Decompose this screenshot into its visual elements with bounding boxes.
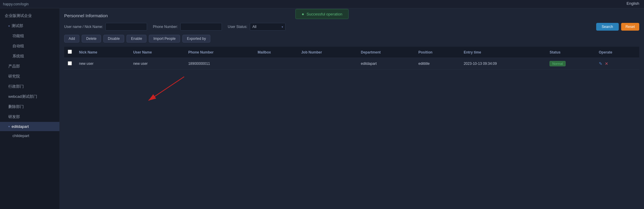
col-header-entry_time: Entry time <box>460 47 546 58</box>
username-input[interactable] <box>105 23 147 31</box>
svg-line-1 <box>149 77 184 100</box>
filter-bar: User name / Nick Name: Phone Number: Use… <box>64 23 639 31</box>
status-filter-group: User Status: AllNormalDisabled <box>228 23 285 31</box>
enable-button[interactable]: Enable <box>127 35 146 43</box>
status-label: User Status: <box>228 25 247 29</box>
operate-cell-0: ✎✕ <box>599 61 636 66</box>
toast-container: ● Successful operation <box>295 9 348 19</box>
cell-mailbox-0 <box>254 58 298 70</box>
content-area: Personnel Information User name / Nick N… <box>59 8 644 209</box>
sidebar-label-childepart: childepart <box>12 133 29 138</box>
sidebar-label-rnd-dept: 研发部 <box>8 114 20 120</box>
sidebar-item-auto-group[interactable]: 自动组 <box>0 41 59 51</box>
sidebar-item-rnd-dept[interactable]: 研发部 <box>0 112 59 122</box>
exported-by-button[interactable]: Exported by <box>182 35 210 43</box>
status-select[interactable]: AllNormalDisabled <box>250 23 285 31</box>
add-button[interactable]: Add <box>64 35 79 43</box>
sidebar-item-childepart[interactable]: childepart <box>0 131 59 140</box>
sidebar-label-editdapart: editdapart <box>12 124 29 129</box>
page-title: Personnel Information <box>64 13 639 18</box>
breadcrumb: happy.com/login <box>3 2 29 6</box>
col-header-job_number: Job Number <box>298 47 357 58</box>
col-header-user_name: User Name <box>130 47 184 58</box>
sidebar-label-test-dept: 测试部 <box>12 23 23 29</box>
sidebar-item-sys-group[interactable]: 系统组 <box>0 51 59 61</box>
col-header-phone_number: Phone Number <box>185 47 254 58</box>
table-header: Nick NameUser NamePhone NumberMailboxJob… <box>64 47 639 58</box>
top-bar: happy.com/login English <box>0 0 644 8</box>
row-checkbox-0[interactable] <box>68 61 72 65</box>
sidebar-item-webcad-dept[interactable]: webcad测试部门 <box>0 92 59 102</box>
col-header-nick_name: Nick Name <box>75 47 130 58</box>
col-header-mailbox: Mailbox <box>254 47 298 58</box>
sidebar-label-webcad-dept: webcad测试部门 <box>8 94 37 99</box>
success-icon: ● <box>302 12 304 16</box>
action-bar: Add Delete Disable Enable Import People … <box>64 35 639 43</box>
col-header-department: Department <box>357 47 415 58</box>
sidebar-item-research-inst[interactable]: 研究院 <box>0 71 59 81</box>
search-button[interactable]: Search <box>596 23 619 31</box>
status-badge-0: Normal <box>550 61 565 66</box>
username-label: User name / Nick Name: <box>64 25 103 29</box>
toast-message: Successful operation <box>307 12 342 16</box>
phone-filter-group: Phone Number: <box>153 23 222 31</box>
sidebar-label-enterprise: 企业版测试企业 <box>5 13 32 18</box>
sidebar-item-test-dept[interactable]: ▾测试部 <box>0 21 59 31</box>
sidebar-label-auto-group: 自动组 <box>12 43 24 49</box>
cell-phone_number-0: 18900000011 <box>185 58 254 70</box>
cell-user_name-0: new user <box>130 58 184 70</box>
cell-department-0: editdapart <box>357 58 415 70</box>
sidebar: 企业版测试企业▾测试部功能组自动组系统组产品部研究院行政部门webcad测试部门… <box>0 8 59 209</box>
table-header-row: Nick NameUser NamePhone NumberMailboxJob… <box>64 47 639 58</box>
col-header-status: Status <box>546 47 595 58</box>
main-layout: 企业版测试企业▾测试部功能组自动组系统组产品部研究院行政部门webcad测试部门… <box>0 8 644 209</box>
success-toast: ● Successful operation <box>295 9 348 19</box>
col-header-checkbox <box>64 47 75 58</box>
cell-status-0: Normal <box>546 58 595 70</box>
table-row: new usernew user18900000011editdapartedi… <box>64 58 639 70</box>
disable-button[interactable]: Disable <box>103 35 124 43</box>
sidebar-label-admin-dept: 行政部门 <box>8 84 24 89</box>
sidebar-label-func-group: 功能组 <box>12 33 24 39</box>
search-buttons-group: Search Reset <box>596 23 639 31</box>
delete-button[interactable]: Delete <box>82 35 101 43</box>
personnel-table: Nick NameUser NamePhone NumberMailboxJob… <box>64 47 639 70</box>
status-select-wrapper: AllNormalDisabled <box>250 23 285 31</box>
sidebar-item-admin-dept[interactable]: 行政部门 <box>0 81 59 92</box>
sidebar-item-delete-dept[interactable]: 删除部门 <box>0 102 59 112</box>
language-selector[interactable]: English <box>626 1 639 6</box>
cell-nick_name-0: new user <box>75 58 130 70</box>
cell-position-0: edittitle <box>415 58 460 70</box>
sidebar-item-func-group[interactable]: 功能组 <box>0 31 59 41</box>
table-body: new usernew user18900000011editdapartedi… <box>64 58 639 70</box>
phone-label: Phone Number: <box>153 25 178 29</box>
sidebar-item-enterprise[interactable]: 企业版测试企业 <box>0 11 59 21</box>
select-all-checkbox[interactable] <box>68 50 72 54</box>
cell-job_number-0 <box>298 58 357 70</box>
sidebar-arrow-editdapart: ▾ <box>8 125 10 128</box>
sidebar-item-product-dept[interactable]: 产品部 <box>0 61 59 71</box>
phone-input[interactable] <box>180 23 222 31</box>
cell-entry_time-0: 2023-10-13 09:34:09 <box>460 58 546 70</box>
sidebar-label-research-inst: 研究院 <box>8 74 20 79</box>
sidebar-arrow-test-dept: ▾ <box>8 24 10 28</box>
annotation-arrow <box>125 74 190 109</box>
sidebar-label-delete-dept: 删除部门 <box>8 104 24 109</box>
sidebar-label-product-dept: 产品部 <box>8 64 20 69</box>
col-header-position: Position <box>415 47 460 58</box>
cell-operate-0: ✎✕ <box>595 58 639 70</box>
edit-icon-0[interactable]: ✎ <box>599 61 602 66</box>
import-people-button[interactable]: Import People <box>149 35 180 43</box>
username-filter-group: User name / Nick Name: <box>64 23 147 31</box>
delete-icon-0[interactable]: ✕ <box>605 61 608 66</box>
sidebar-item-editdapart[interactable]: ▾editdapart <box>0 122 59 131</box>
sidebar-label-sys-group: 系统组 <box>12 54 24 59</box>
col-header-operate: Operate <box>595 47 639 58</box>
reset-button[interactable]: Reset <box>621 23 639 31</box>
